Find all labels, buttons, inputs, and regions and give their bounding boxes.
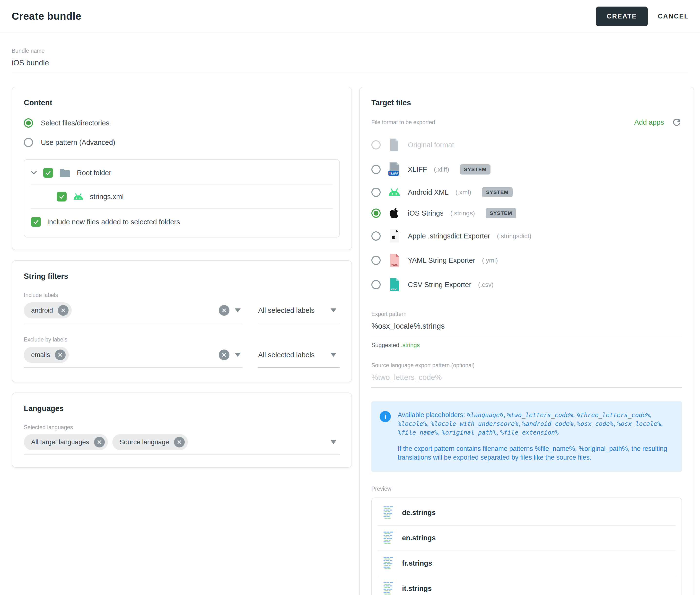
- format-option-original-format[interactable]: Original format: [371, 133, 682, 157]
- bundle-name-input[interactable]: iOS bundle: [12, 59, 688, 73]
- include-new-files-checkbox[interactable]: [31, 217, 41, 227]
- placeholders-info-box: i Available placeholders: %language%, %t…: [371, 401, 682, 472]
- chips-area: android: [24, 302, 215, 318]
- radio-unselected-icon[interactable]: [371, 231, 381, 240]
- radio-selected-icon[interactable]: [24, 118, 33, 128]
- format-name: iOS Strings: [408, 209, 444, 217]
- radio-unselected-icon[interactable]: [371, 280, 381, 289]
- format-option-csv[interactable]: csv CSV String Exporter (.csv): [371, 273, 682, 297]
- info-icon: i: [380, 411, 391, 422]
- folder-icon: [59, 168, 71, 177]
- format-name: CSV String Exporter: [408, 281, 471, 289]
- refresh-icon[interactable]: [671, 117, 682, 128]
- check-icon: [59, 194, 65, 200]
- header-actions: CREATE CANCEL: [596, 6, 692, 26]
- label-chip: android: [24, 302, 72, 318]
- format-option-xliff[interactable]: XLIFF XLIFF (.xliff) SYSTEM: [371, 157, 682, 182]
- format-option-yaml[interactable]: YML YAML String Exporter (.yml): [371, 248, 682, 273]
- system-badge: SYSTEM: [460, 164, 491, 174]
- languages-card: Languages Selected languages All target …: [12, 393, 352, 468]
- strings-file-icon: [384, 532, 394, 545]
- android-icon: [73, 193, 84, 200]
- format-option-ios-strings[interactable]: iOS Strings (.strings) SYSTEM: [371, 202, 682, 224]
- format-ext: (.xml): [455, 189, 471, 196]
- mode-value: All selected labels: [258, 307, 314, 314]
- file-format-label: File format to be exported: [371, 119, 435, 126]
- radio-unselected-icon[interactable]: [371, 165, 381, 174]
- create-button[interactable]: CREATE: [596, 6, 647, 26]
- languages-select[interactable]: All target languages Source language: [24, 431, 340, 455]
- option-label: Select files/directories: [41, 119, 109, 127]
- format-name: Apple .stringsdict Exporter: [408, 232, 490, 240]
- exclude-mode-select[interactable]: All selected labels: [258, 343, 340, 368]
- option-select-files[interactable]: Select files/directories: [24, 118, 340, 128]
- preview-file-row: en.strings: [372, 526, 681, 550]
- suggested-line: Suggested .strings: [371, 342, 682, 348]
- exclude-labels-field[interactable]: emails: [24, 343, 243, 368]
- languages-heading: Languages: [24, 404, 340, 413]
- cancel-button[interactable]: CANCEL: [655, 6, 692, 26]
- csv-file-icon: csv: [387, 278, 401, 292]
- include-new-files-row[interactable]: Include new files added to selected fold…: [31, 209, 333, 235]
- system-badge: SYSTEM: [486, 208, 516, 218]
- placeholders-prefix: Available placeholders:: [398, 411, 467, 419]
- preview-label: Preview: [371, 486, 682, 492]
- suggested-label: Suggested: [371, 342, 399, 348]
- svg-text:YML: YML: [391, 263, 398, 266]
- caret-down-icon: [331, 353, 336, 357]
- option-label: Use pattern (Advanced): [41, 139, 115, 147]
- clear-field-icon[interactable]: [219, 305, 229, 316]
- radio-unselected-icon[interactable]: [371, 140, 381, 149]
- strings-file-icon: [384, 582, 394, 595]
- remove-chip-icon[interactable]: [174, 437, 185, 448]
- remove-chip-icon[interactable]: [94, 437, 105, 448]
- stringsdict-file-icon: [387, 229, 401, 243]
- android-icon: [387, 188, 401, 196]
- check-icon: [45, 170, 51, 176]
- format-option-stringsdict[interactable]: Apple .stringsdict Exporter (.stringsdic…: [371, 224, 682, 248]
- bundle-name-section: Bundle name iOS bundle: [0, 33, 700, 73]
- preview-box: de.strings en.strings fr.strings it.stri…: [371, 498, 682, 595]
- file-checkbox[interactable]: [57, 192, 66, 201]
- apple-icon: [387, 207, 401, 219]
- preview-file-name: de.strings: [402, 509, 436, 517]
- remove-chip-icon[interactable]: [55, 349, 66, 360]
- language-chip: All target languages: [24, 434, 108, 450]
- radio-unselected-icon[interactable]: [24, 138, 33, 147]
- strings-file-icon: [384, 557, 394, 570]
- svg-text:XLIFF: XLIFF: [388, 171, 399, 175]
- format-name: XLIFF: [408, 166, 427, 173]
- source-pattern-input[interactable]: %two_letters_code%: [371, 373, 682, 388]
- format-option-android-xml[interactable]: Android XML (.xml) SYSTEM: [371, 182, 682, 202]
- root-folder-checkbox[interactable]: [43, 168, 53, 178]
- radio-selected-icon[interactable]: [371, 208, 381, 218]
- remove-chip-icon[interactable]: [58, 305, 68, 316]
- content-card: Content Select files/directories Use pat…: [12, 87, 352, 250]
- radio-unselected-icon[interactable]: [371, 188, 381, 197]
- content-heading: Content: [24, 98, 340, 107]
- selected-languages-label: Selected languages: [24, 424, 340, 431]
- clear-field-icon[interactable]: [219, 349, 229, 360]
- target-files-card: Target files File format to be exported …: [359, 87, 694, 595]
- include-labels-label: Include labels: [24, 292, 340, 299]
- placeholders-note: If the export pattern contains filename …: [398, 444, 672, 462]
- string-filters-heading: String filters: [24, 272, 340, 281]
- export-pattern-input[interactable]: %osx_locale%.strings: [371, 322, 682, 336]
- preview-file-name: it.strings: [402, 585, 432, 593]
- include-labels-field[interactable]: android: [24, 299, 243, 323]
- add-apps-link[interactable]: Add apps: [634, 118, 664, 126]
- include-mode-select[interactable]: All selected labels: [258, 299, 340, 323]
- radio-unselected-icon[interactable]: [371, 256, 381, 265]
- yaml-file-icon: YML: [387, 253, 401, 267]
- option-use-pattern[interactable]: Use pattern (Advanced): [24, 138, 340, 147]
- caret-down-icon: [331, 440, 336, 444]
- tree-row-file: strings.xml: [31, 185, 333, 208]
- main-columns: Content Select files/directories Use pat…: [0, 73, 700, 595]
- chevron-down-icon[interactable]: [31, 171, 37, 175]
- include-labels-row: android All selected labels: [24, 299, 340, 323]
- bundle-name-label: Bundle name: [12, 48, 688, 54]
- format-ext: (.xliff): [434, 166, 449, 173]
- caret-down-icon: [235, 353, 241, 357]
- suggested-ext[interactable]: .strings: [401, 342, 420, 348]
- export-pattern-label: Export pattern: [371, 311, 682, 317]
